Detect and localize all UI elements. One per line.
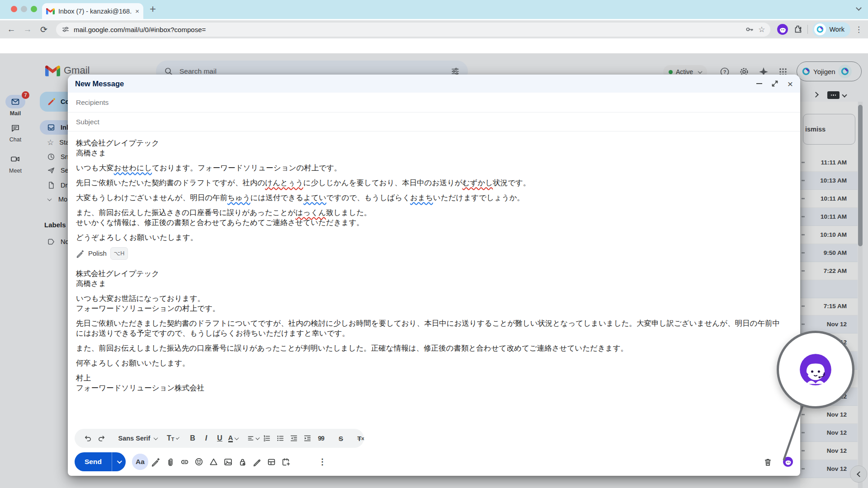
- compose-header[interactable]: New Message ×: [68, 75, 800, 93]
- send-label: Send: [75, 458, 112, 466]
- url-text: mail.google.com/mail/u/0/#inbox?compose=: [74, 26, 206, 33]
- strikethrough-icon[interactable]: S: [335, 432, 347, 445]
- window-minimize-button[interactable]: [21, 6, 27, 12]
- bold-button[interactable]: B: [187, 432, 198, 445]
- window-close-button[interactable]: [11, 6, 17, 12]
- profile-chip[interactable]: Work: [812, 22, 850, 37]
- insert-photo-icon[interactable]: [222, 455, 235, 469]
- compose-window: New Message × Recipients Subject 株式会社グレイ…: [68, 75, 800, 476]
- remove-formatting-icon[interactable]: Tx: [355, 432, 367, 445]
- extensions-puzzle-icon[interactable]: [793, 24, 803, 34]
- assistant-extension-icon[interactable]: [777, 23, 788, 35]
- bookmark-star-icon[interactable]: ☆: [758, 25, 765, 34]
- browser-menu-icon[interactable]: ⋮: [855, 25, 863, 34]
- send-button[interactable]: Send: [75, 452, 126, 471]
- subject-field[interactable]: Subject: [68, 113, 800, 131]
- password-key-icon[interactable]: [745, 25, 754, 34]
- quote-icon[interactable]: 99: [315, 432, 327, 445]
- gmail-page: Gmail Search mail Active ?: [0, 38, 868, 488]
- italic-button[interactable]: I: [200, 432, 212, 445]
- popout-icon[interactable]: [771, 80, 778, 87]
- magnifier-circle: [777, 331, 854, 408]
- font-select[interactable]: Sans Serif: [115, 432, 159, 445]
- recipients-field[interactable]: Recipients: [68, 93, 800, 113]
- table-icon[interactable]: [265, 455, 278, 469]
- send-options-button[interactable]: [112, 460, 126, 464]
- insert-emoji-icon[interactable]: [193, 455, 206, 469]
- chevron-down-icon: [154, 436, 158, 440]
- undo-icon[interactable]: [82, 432, 94, 445]
- chevron-down-icon: [117, 459, 122, 464]
- signature-pen-icon[interactable]: [250, 455, 264, 469]
- schedule-meet-icon[interactable]: [279, 455, 293, 469]
- reload-button[interactable]: ⟳: [38, 24, 50, 35]
- tab-search-icon[interactable]: [856, 5, 862, 11]
- polish-label: Polish: [88, 249, 107, 258]
- text-size-button[interactable]: TT: [167, 432, 179, 445]
- window-zoom-button[interactable]: [31, 6, 37, 12]
- underline-button[interactable]: U: [214, 432, 226, 445]
- assistant-mascot-icon: [798, 352, 833, 387]
- forward-button[interactable]: →: [22, 24, 33, 34]
- formatting-toolbar: Sans Serif TT B I U A: [75, 429, 364, 448]
- align-button[interactable]: [247, 432, 259, 445]
- help-me-write-icon[interactable]: [149, 455, 163, 469]
- more-options-icon[interactable]: ⋮: [316, 455, 328, 468]
- compose-title: New Message: [75, 80, 756, 88]
- compose-action-bar: Send Aa: [75, 452, 793, 472]
- tab-close-icon[interactable]: ×: [135, 8, 139, 14]
- indent-more-icon[interactable]: [302, 432, 313, 445]
- polish-pen-sparkle-icon: [76, 249, 85, 258]
- site-info-icon[interactable]: [61, 25, 70, 33]
- screen: Inbox (7) - kanzaki@168.toky × + ← → ⟳ m…: [0, 0, 868, 488]
- insert-link-icon[interactable]: [178, 455, 192, 469]
- polish-suggestion-row[interactable]: Polish ⌥H: [76, 248, 782, 259]
- profile-label: Work: [829, 26, 844, 33]
- attach-file-icon[interactable]: [164, 455, 177, 469]
- tab-title: Inbox (7) - kanzaki@168.toky: [58, 8, 132, 15]
- browser-toolbar: ← → ⟳ mail.google.com/mail/u/0/#inbox?co…: [0, 19, 868, 38]
- minimize-icon[interactable]: [756, 83, 762, 84]
- address-bar[interactable]: mail.google.com/mail/u/0/#inbox?compose=…: [56, 23, 770, 37]
- back-button[interactable]: ←: [5, 24, 17, 34]
- chevron-down-icon: [176, 436, 179, 440]
- chevron-down-icon: [255, 436, 259, 440]
- polished-text: 株式会社グレイプテック高橋さまいつも大変お世話になっております。フォーワードソリ…: [76, 268, 782, 393]
- toolbar-divider: [807, 25, 808, 34]
- gmail-favicon-icon: [46, 8, 55, 14]
- polish-shortcut-badge: ⌥H: [110, 247, 128, 260]
- delete-draft-icon[interactable]: [761, 455, 774, 469]
- indent-less-icon[interactable]: [288, 432, 300, 445]
- draft-text: 株式会社グレイプテック高橋さまいつも大変おせわにしております。フォーワードソリュ…: [76, 138, 782, 242]
- drive-icon[interactable]: [207, 455, 221, 469]
- text-color-button[interactable]: A: [227, 432, 239, 445]
- profile-avatar: [814, 23, 826, 35]
- formatting-options-button[interactable]: Aa: [132, 454, 148, 470]
- numbered-list-icon[interactable]: [261, 432, 273, 445]
- browser-tab[interactable]: Inbox (7) - kanzaki@168.toky ×: [42, 3, 143, 19]
- macos-titlebar: Inbox (7) - kanzaki@168.toky × +: [0, 0, 868, 19]
- message-body[interactable]: 株式会社グレイプテック高橋さまいつも大変おせわにしております。フォーワードソリュ…: [68, 131, 791, 393]
- bulleted-list-icon[interactable]: [274, 432, 286, 445]
- new-tab-button[interactable]: +: [150, 3, 156, 15]
- magnifier-pointer-line: [780, 402, 807, 463]
- redo-icon[interactable]: [95, 432, 107, 445]
- confidential-lock-icon[interactable]: [236, 455, 250, 469]
- chevron-down-icon: [235, 436, 239, 440]
- close-icon[interactable]: ×: [788, 79, 793, 89]
